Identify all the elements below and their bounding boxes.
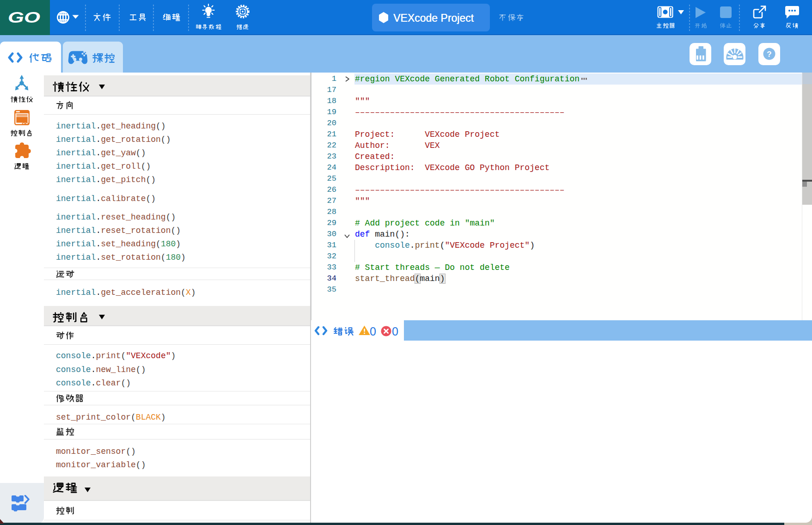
svg-text:?: ? [767,50,771,59]
